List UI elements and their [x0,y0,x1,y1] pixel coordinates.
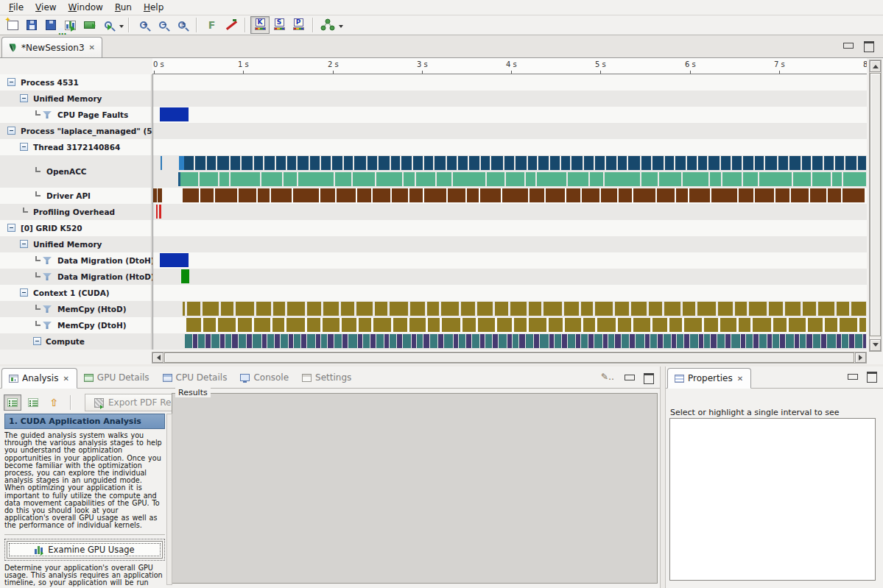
timeline-bar[interactable] [286,318,305,332]
timeline-bar[interactable] [755,156,764,170]
timeline-bar[interactable] [477,302,493,316]
timeline-bar[interactable] [506,172,524,186]
timeline-bar[interactable] [370,334,376,348]
timeline-row-label[interactable]: OpenACC [0,155,151,188]
timeline-bar[interactable] [649,302,662,316]
timeline-bar[interactable] [401,156,412,170]
timeline-bar[interactable] [526,172,535,186]
timeline-bar[interactable] [597,318,616,332]
timeline-bar[interactable] [264,156,275,170]
timeline-bar[interactable] [582,188,599,202]
timeline-bar[interactable] [628,156,640,170]
timeline-bar[interactable] [502,188,528,202]
timeline-bar[interactable] [307,318,320,332]
timeline-bar[interactable] [469,156,479,170]
timeline-bar[interactable] [403,334,411,348]
timeline-bar[interactable] [409,188,423,202]
timeline-row-label[interactable]: [0] GRID K520 [0,220,151,236]
timeline-bar[interactable] [348,334,357,348]
timeline-bar[interactable] [859,318,866,332]
timeline-bar[interactable] [672,334,676,348]
timeline-bar[interactable] [657,188,675,202]
back-stage-button[interactable]: ⇧ [45,394,63,411]
timeline-bar[interactable] [743,156,753,170]
timeline-bar[interactable] [510,302,527,316]
timeline-bar[interactable] [717,334,725,348]
timeline-bar[interactable] [310,156,320,170]
timeline-bar[interactable] [699,334,703,348]
timeline-bar[interactable] [391,156,400,170]
timeline-bar[interactable] [276,156,286,170]
timeline-bar[interactable] [416,172,435,186]
menu-run[interactable]: Run [109,1,138,14]
timeline-row-track[interactable] [153,301,867,317]
timeline-bar[interactable] [184,156,194,170]
timeline-bar[interactable] [759,172,792,186]
timeline-bar[interactable] [641,172,658,186]
timeline-bar[interactable] [392,188,408,202]
timeline-bar[interactable] [583,318,595,332]
timeline-bar[interactable] [504,156,514,170]
timeline-bar[interactable] [721,156,731,170]
resume-button[interactable] [80,16,99,34]
timeline-bar[interactable] [316,334,320,348]
timeline-row-track[interactable] [153,123,867,139]
timeline-bar[interactable] [203,318,216,332]
timeline-row-label[interactable]: CPU Page Faults [0,107,151,123]
timeline-bar[interactable] [430,334,437,348]
timeline-bar[interactable] [842,188,865,202]
timeline-bar[interactable] [622,334,629,348]
timeline-bar[interactable] [753,334,759,348]
timeline-bar[interactable] [842,334,848,348]
timeline-row-track[interactable] [153,317,867,333]
timeline-row-track[interactable] [153,285,867,301]
timeline-bar[interactable] [549,318,563,332]
timeline-bar[interactable] [664,334,671,348]
timeline-bar[interactable] [767,334,772,348]
timeline-bar[interactable] [390,302,408,316]
timeline-bar[interactable] [581,302,593,316]
timeline-row-track[interactable] [153,107,867,123]
timeline-bar[interactable] [652,318,667,332]
timeline-bar[interactable] [690,334,698,348]
timeline-bar[interactable] [437,172,451,186]
timeline-bar[interactable] [704,334,710,348]
timeline-bar[interactable] [301,334,306,348]
timeline-bar[interactable] [631,302,647,316]
timeline-bar[interactable] [791,188,809,202]
timeline-bar[interactable] [428,318,440,332]
timeline-bar[interactable] [247,334,252,348]
timeline-bar[interactable] [821,334,826,348]
timeline-bar[interactable] [571,156,583,170]
timeline-bar[interactable] [562,334,567,348]
timeline-bar[interactable] [645,334,650,348]
timeline-bar[interactable] [261,172,282,186]
timeline-bar[interactable] [837,334,841,348]
timeline-bar[interactable] [704,318,718,332]
timeline-row-label[interactable]: Driver API [0,188,151,204]
timeline-bar[interactable] [373,188,390,202]
timeline-row-track[interactable] [153,252,867,269]
timeline-bar[interactable] [478,318,495,332]
timeline-row-track[interactable] [153,188,867,204]
timeline-bar[interactable] [287,156,296,170]
scroll-down-button[interactable] [870,339,881,351]
save-all-button[interactable] [41,16,60,34]
timeline-bar[interactable] [529,318,546,332]
timeline-bar[interactable] [708,156,720,170]
timeline-row-track[interactable] [153,204,867,220]
timeline-bar[interactable] [485,334,492,348]
timeline-bar[interactable] [497,318,512,332]
timeline-bar[interactable] [181,269,189,283]
timeline-bar[interactable] [843,172,866,186]
timeline-bar[interactable] [684,334,689,348]
timeline-bar[interactable] [803,302,816,316]
timeline-bar[interactable] [849,334,854,348]
timeline-bar[interactable] [851,302,866,316]
timeline-bar[interactable] [594,334,602,348]
minimize-icon[interactable] [625,373,633,380]
timeline-bar[interactable] [689,188,710,202]
timeline-bar[interactable] [423,334,429,348]
timeline-bar[interactable] [858,156,866,170]
examine-gpu-usage-button[interactable]: Examine GPU Usage [7,541,163,559]
